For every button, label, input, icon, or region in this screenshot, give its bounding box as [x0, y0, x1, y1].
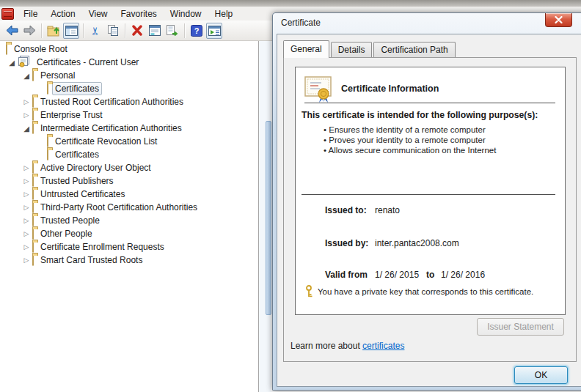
- folder-icon: [6, 44, 7, 54]
- separator-line: [302, 194, 555, 195]
- tree-item-label[interactable]: Other People: [37, 227, 95, 240]
- ok-button[interactable]: OK: [514, 366, 568, 384]
- folder-icon: [32, 110, 34, 120]
- tree-item-personal[interactable]: ◢Personal: [0, 69, 258, 82]
- tree-item-label[interactable]: Trusted Publishers: [37, 174, 117, 188]
- console-tree: Console Root◢Certificates - Current User…: [0, 42, 258, 267]
- issued-by-value: inter.pantac2008.com: [375, 238, 459, 248]
- tree-item-smart-card-trusted-roots[interactable]: ▷Smart Card Trusted Roots: [0, 254, 258, 267]
- tab-panel-general: Certificate Information This certificate…: [283, 57, 577, 362]
- expander-expanded-icon[interactable]: ◢: [21, 125, 32, 133]
- expander-collapsed-icon[interactable]: ▷: [21, 111, 32, 119]
- tree-item-label[interactable]: Third-Party Root Certification Authoriti…: [37, 201, 200, 214]
- tree-item-trusted-people[interactable]: ▷Trusted People: [0, 214, 258, 227]
- toolbar-separator: [125, 23, 125, 38]
- tree-item-certificates-current-user[interactable]: ◢Certificates - Current User: [0, 56, 258, 69]
- copy-icon[interactable]: [105, 23, 121, 39]
- tree-item-label[interactable]: Console Root: [11, 42, 70, 56]
- expander-collapsed-icon[interactable]: ▷: [21, 230, 32, 237]
- valid-to-value: 1/ 26/ 2016: [441, 270, 485, 280]
- tree-item-console-root[interactable]: Console Root: [0, 42, 258, 56]
- toolbar-separator: [41, 23, 42, 38]
- tree-item-label[interactable]: Untrusted Certificates: [37, 188, 128, 201]
- tree-item-certificate-enrollment-requests[interactable]: ▷Certificate Enrollment Requests: [0, 240, 258, 254]
- valid-from-value: 1/ 26/ 2015: [375, 270, 419, 280]
- tree-item-certificate-revocation-list[interactable]: Certificate Revocation List: [0, 135, 258, 148]
- tree-item-enterprise-trust[interactable]: ▷Enterprise Trust: [0, 108, 258, 122]
- tree-item-label[interactable]: Active Directory User Object: [37, 161, 154, 174]
- tree-item-active-directory-user-object[interactable]: ▷Active Directory User Object: [0, 161, 258, 174]
- folder-icon: [32, 70, 34, 81]
- back-icon[interactable]: [4, 23, 20, 39]
- tree-item-label[interactable]: Certificates: [52, 148, 102, 161]
- tree-item-label[interactable]: Certificates - Current User: [34, 56, 142, 69]
- tab-certification-path[interactable]: Certification Path: [373, 42, 455, 57]
- properties-icon[interactable]: [147, 23, 163, 39]
- private-key-note: You have a private key that corresponds …: [318, 287, 533, 296]
- show-console-tree-icon[interactable]: [63, 23, 79, 39]
- export-list-icon[interactable]: [164, 23, 180, 39]
- valid-to-word: to: [426, 270, 434, 280]
- tree-item-certificates[interactable]: Certificates: [0, 82, 258, 95]
- tree-item-trusted-root-certification-authorities[interactable]: ▷Trusted Root Certification Authorities: [0, 95, 258, 108]
- menu-view[interactable]: View: [82, 7, 114, 21]
- expander-collapsed-icon[interactable]: ▷: [21, 98, 32, 106]
- expander-collapsed-icon[interactable]: ▷: [21, 164, 32, 171]
- folder-icon: [32, 176, 34, 186]
- show-action-pane-icon[interactable]: [206, 23, 222, 39]
- close-icon[interactable]: [545, 13, 572, 27]
- expander-collapsed-icon[interactable]: ▷: [21, 217, 32, 224]
- tree-item-label[interactable]: Certificates: [52, 82, 102, 95]
- tab-general[interactable]: General: [283, 40, 329, 58]
- expander-collapsed-icon[interactable]: ▷: [21, 177, 32, 185]
- folder-icon: [47, 136, 48, 147]
- menu-window[interactable]: Window: [164, 7, 208, 21]
- delete-icon[interactable]: [129, 23, 145, 39]
- purpose-list: Ensures the identity of a remote compute…: [324, 125, 496, 155]
- cut-icon[interactable]: ✂: [87, 23, 103, 39]
- vertical-scrollbar[interactable]: [259, 41, 271, 392]
- menu-favorites[interactable]: Favorites: [114, 7, 164, 21]
- issued-to-label: Issued to:: [325, 205, 367, 215]
- issuer-statement-button[interactable]: Issuer Statement: [477, 318, 564, 336]
- issued-by-label: Issued by:: [325, 238, 368, 248]
- tree-item-intermediate-certification-authorities[interactable]: ◢Intermediate Certification Authorities: [0, 122, 258, 135]
- learn-more-prefix: Learn more about: [290, 341, 360, 351]
- purpose-intro: This certificate is intended for the fol…: [302, 110, 538, 120]
- expander-collapsed-icon[interactable]: ▷: [21, 191, 32, 198]
- expander-collapsed-icon[interactable]: ▷: [21, 256, 32, 264]
- expander-expanded-icon[interactable]: ◢: [21, 72, 32, 80]
- expander-expanded-icon[interactable]: ◢: [6, 59, 18, 67]
- certificates-link[interactable]: certificates: [362, 341, 404, 351]
- menu-file[interactable]: File: [17, 7, 44, 21]
- tree-item-other-people[interactable]: ▷Other People: [0, 227, 258, 240]
- tree-item-label[interactable]: Trusted People: [37, 214, 103, 227]
- tree-item-label[interactable]: Personal: [37, 69, 78, 82]
- tree-item-trusted-publishers[interactable]: ▷Trusted Publishers: [0, 174, 258, 188]
- tree-item-label[interactable]: Certificate Enrollment Requests: [37, 240, 167, 254]
- up-folder-icon[interactable]: [45, 23, 62, 39]
- tree-item-third-party-root-certification-authorities[interactable]: ▷Third-Party Root Certification Authorit…: [0, 201, 258, 214]
- tree-item-label[interactable]: Trusted Root Certification Authorities: [37, 95, 186, 108]
- expander-collapsed-icon[interactable]: ▷: [21, 204, 32, 211]
- tree-item-untrusted-certificates[interactable]: ▷Untrusted Certificates: [0, 188, 258, 201]
- tree-item-label[interactable]: Certificate Revocation List: [52, 135, 160, 148]
- tab-strip: GeneralDetailsCertification Path: [283, 40, 457, 57]
- tree-item-label[interactable]: Intermediate Certification Authorities: [37, 122, 185, 135]
- scrollbar-thumb[interactable]: [266, 121, 271, 315]
- menu-help[interactable]: Help: [208, 7, 240, 21]
- help-icon[interactable]: ?: [189, 23, 205, 39]
- dialog-client-area: GeneralDetailsCertification Path Certifi…: [277, 34, 581, 387]
- folder-icon: [32, 97, 34, 107]
- tab-details[interactable]: Details: [331, 42, 373, 57]
- expander-collapsed-icon[interactable]: ▷: [21, 243, 32, 251]
- folder-icon: [47, 84, 48, 94]
- forward-icon[interactable]: [21, 23, 37, 39]
- tree-item-label[interactable]: Enterprise Trust: [37, 108, 106, 122]
- tree-item-label[interactable]: Smart Card Trusted Roots: [37, 254, 145, 267]
- folder-icon: [32, 255, 34, 265]
- folder-icon: [47, 149, 48, 160]
- menu-items: FileActionViewFavoritesWindowHelp: [17, 9, 239, 19]
- tree-item-certificates[interactable]: Certificates: [0, 148, 258, 161]
- menu-action[interactable]: Action: [44, 7, 81, 21]
